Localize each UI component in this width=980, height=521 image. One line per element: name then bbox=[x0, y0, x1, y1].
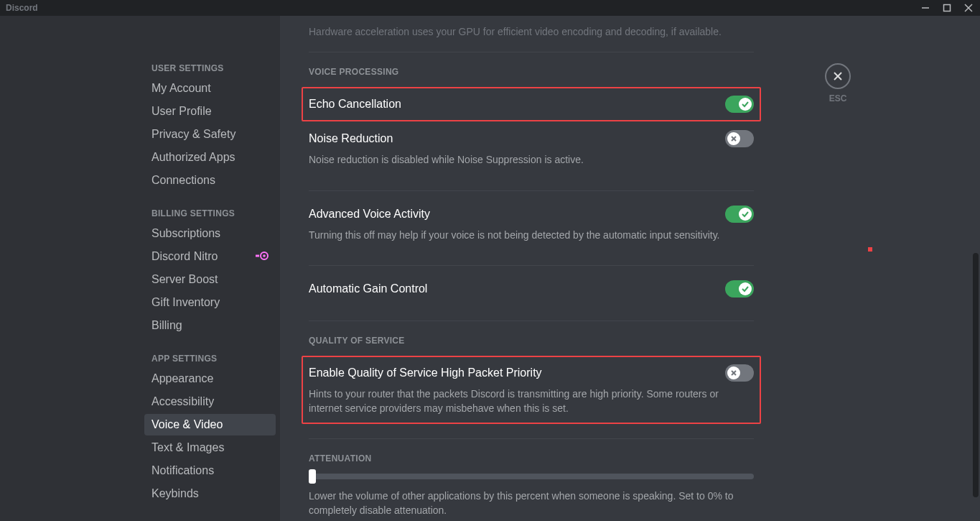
minimize-button[interactable] bbox=[918, 1, 933, 15]
advanced-voice-activity-toggle[interactable] bbox=[725, 206, 754, 223]
qos-desc: Hints to your router that the packets Di… bbox=[309, 387, 754, 415]
sidebar-item-label: Discord Nitro bbox=[151, 250, 218, 263]
setting-automatic-gain-control: Automatic Gain Control bbox=[309, 280, 754, 306]
divider bbox=[309, 265, 754, 266]
echo-cancellation-toggle[interactable] bbox=[725, 96, 754, 113]
qos-label: Enable Quality of Service High Packet Pr… bbox=[309, 366, 542, 379]
sidebar-item-user-profile[interactable]: User Profile bbox=[144, 101, 276, 122]
qos-toggle[interactable] bbox=[725, 364, 754, 382]
sidebar-header-app-settings: APP SETTINGS bbox=[144, 349, 276, 366]
sidebar-item-appearance[interactable]: Appearance bbox=[144, 368, 276, 389]
titlebar: Discord bbox=[0, 0, 980, 16]
attenuation-slider[interactable] bbox=[309, 474, 754, 479]
setting-echo-cancellation: Echo Cancellation bbox=[302, 87, 761, 121]
sidebar-item-connections[interactable]: Connections bbox=[144, 170, 276, 191]
left-gutter bbox=[0, 16, 140, 521]
sidebar-item-notifications[interactable]: Notifications bbox=[144, 460, 276, 481]
toggle-knob bbox=[739, 208, 752, 221]
toggle-knob bbox=[727, 366, 740, 379]
content-scrollbar[interactable] bbox=[973, 253, 979, 497]
sidebar-item-label: User Profile bbox=[151, 105, 212, 118]
previous-setting-desc: Hardware acceleration uses your GPU for … bbox=[309, 26, 754, 37]
divider bbox=[309, 52, 754, 52]
sidebar-item-label: Appearance bbox=[151, 372, 213, 385]
divider bbox=[309, 438, 754, 439]
svg-point-5 bbox=[263, 254, 266, 257]
setting-noise-reduction: Noise Reduction Noise reduction is disab… bbox=[309, 121, 754, 176]
settings-sidebar: USER SETTINGS My Account User Profile Pr… bbox=[140, 16, 280, 521]
sidebar-item-label: Accessibility bbox=[151, 395, 214, 408]
sidebar-item-label: Billing bbox=[151, 319, 182, 332]
sidebar-header-billing-settings: BILLING SETTINGS bbox=[144, 204, 276, 221]
sidebar-item-label: Keybinds bbox=[151, 487, 199, 500]
sidebar-item-label: My Account bbox=[151, 82, 211, 95]
automatic-gain-control-toggle[interactable] bbox=[725, 280, 754, 298]
divider bbox=[309, 190, 754, 191]
toggle-knob bbox=[739, 282, 752, 295]
noise-reduction-desc: Noise reduction is disabled while Noise … bbox=[309, 153, 754, 167]
divider bbox=[309, 321, 754, 321]
automatic-gain-control-label: Automatic Gain Control bbox=[309, 282, 427, 295]
setting-advanced-voice-activity: Advanced Voice Activity Turning this off… bbox=[309, 206, 754, 252]
esc-label: ESC bbox=[825, 93, 851, 103]
noise-reduction-toggle[interactable] bbox=[725, 130, 754, 147]
setting-qos-high-packet-priority: Enable Quality of Service High Packet Pr… bbox=[302, 356, 761, 424]
sidebar-item-label: Notifications bbox=[151, 464, 214, 477]
noise-reduction-label: Noise Reduction bbox=[309, 132, 393, 145]
svg-rect-1 bbox=[944, 5, 951, 11]
nitro-icon bbox=[256, 251, 269, 262]
close-settings-area: ESC bbox=[825, 63, 851, 103]
sidebar-header-user-settings: USER SETTINGS bbox=[144, 59, 276, 76]
sidebar-item-label: Subscriptions bbox=[151, 227, 220, 240]
close-settings-button[interactable] bbox=[825, 63, 851, 89]
sidebar-item-label: Connections bbox=[151, 174, 215, 187]
attenuation-slider-thumb[interactable] bbox=[309, 469, 316, 484]
sidebar-item-label: Privacy & Safety bbox=[151, 128, 235, 141]
attenuation-desc: Lower the volume of other applications b… bbox=[309, 489, 754, 517]
sidebar-item-label: Authorized Apps bbox=[151, 151, 235, 164]
sidebar-item-label: Voice & Video bbox=[151, 418, 223, 431]
toggle-knob bbox=[727, 132, 740, 145]
sidebar-item-subscriptions[interactable]: Subscriptions bbox=[144, 223, 276, 244]
app-name: Discord bbox=[6, 3, 38, 13]
sidebar-item-authorized-apps[interactable]: Authorized Apps bbox=[144, 147, 276, 168]
sidebar-item-label: Text & Images bbox=[151, 441, 224, 454]
sidebar-item-billing[interactable]: Billing bbox=[144, 315, 276, 336]
sidebar-item-my-account[interactable]: My Account bbox=[144, 78, 276, 99]
sidebar-item-voice-video[interactable]: Voice & Video bbox=[144, 414, 276, 435]
settings-main: USER SETTINGS My Account User Profile Pr… bbox=[0, 16, 980, 521]
sidebar-item-gift-inventory[interactable]: Gift Inventory bbox=[144, 292, 276, 313]
sidebar-item-label: Server Boost bbox=[151, 273, 218, 286]
echo-cancellation-label: Echo Cancellation bbox=[309, 98, 401, 111]
sidebar-item-server-boost[interactable]: Server Boost bbox=[144, 269, 276, 290]
sidebar-item-privacy-safety[interactable]: Privacy & Safety bbox=[144, 124, 276, 145]
sidebar-item-accessibility[interactable]: Accessibility bbox=[144, 391, 276, 412]
close-window-button[interactable] bbox=[961, 1, 976, 15]
toggle-knob bbox=[739, 98, 752, 111]
sidebar-item-discord-nitro[interactable]: Discord Nitro bbox=[144, 246, 276, 267]
section-title-voice-processing: VOICE PROCESSING bbox=[309, 67, 754, 77]
window-controls bbox=[918, 1, 980, 15]
sidebar-item-keybinds[interactable]: Keybinds bbox=[144, 483, 276, 504]
sidebar-item-label: Gift Inventory bbox=[151, 296, 220, 309]
sidebar-item-text-images[interactable]: Text & Images bbox=[144, 437, 276, 458]
maximize-button[interactable] bbox=[940, 1, 954, 15]
settings-content: Hardware acceleration uses your GPU for … bbox=[280, 16, 783, 521]
advanced-voice-activity-label: Advanced Voice Activity bbox=[309, 208, 430, 221]
advanced-voice-activity-desc: Turning this off may help if your voice … bbox=[309, 229, 754, 243]
section-title-attenuation: ATTENUATION bbox=[309, 453, 754, 464]
svg-rect-6 bbox=[256, 255, 259, 257]
content-wrap: Hardware acceleration uses your GPU for … bbox=[280, 16, 980, 521]
section-title-qos: QUALITY OF SERVICE bbox=[309, 336, 754, 346]
annotation-marker-icon bbox=[868, 247, 872, 252]
